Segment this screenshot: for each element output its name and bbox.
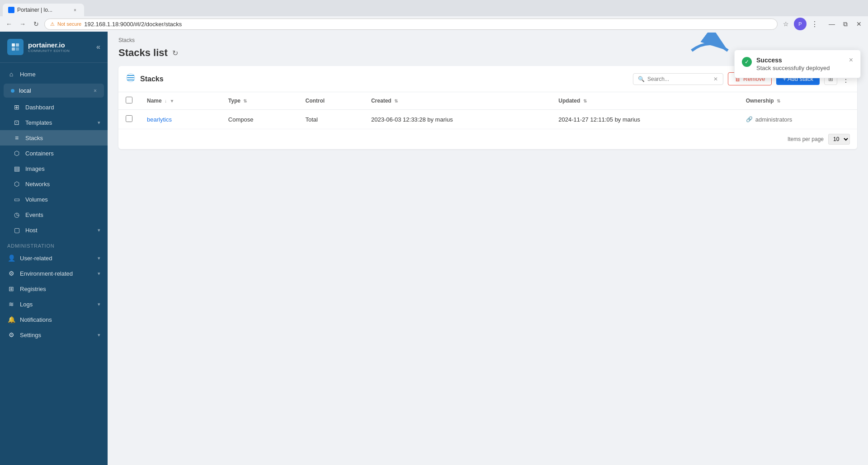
- app-container: portainer.io COMMUNITY EDITION « ⌂ Home …: [0, 32, 868, 465]
- items-per-page-select[interactable]: 10 25 50: [828, 134, 850, 145]
- sidebar-label-host: Host: [25, 227, 93, 234]
- sidebar-collapse-button[interactable]: «: [96, 43, 100, 51]
- row-ownership-cell: 🔗 administrators: [739, 110, 857, 129]
- sidebar-label-events: Events: [25, 211, 100, 218]
- browser-tabs: Portainer | lo... ×: [0, 0, 868, 16]
- sidebar-item-templates[interactable]: ⊡ Templates ▾: [0, 115, 108, 130]
- col-updated-label: Updated: [558, 98, 580, 104]
- table-header-row: Name ↓ ▼ Type ⇅ Control: [118, 92, 857, 110]
- sidebar-label-dashboard: Dashboard: [25, 104, 100, 111]
- table-container: Name ↓ ▼ Type ⇅ Control: [118, 92, 857, 129]
- env-status-dot: [11, 89, 14, 93]
- toast-title: Success: [756, 56, 844, 64]
- updated-sort-icon[interactable]: ⇅: [583, 99, 587, 103]
- sidebar-label-images: Images: [25, 165, 100, 172]
- toast-close-button[interactable]: ×: [849, 56, 853, 64]
- row-created-cell: 2023-06-03 12:33:28 by marius: [364, 110, 551, 129]
- col-ownership: Ownership ⇅: [739, 92, 857, 110]
- sidebar-item-user-related[interactable]: 👤 User-related ▾: [0, 250, 108, 266]
- profile-button[interactable]: P: [794, 18, 807, 30]
- sidebar-item-containers[interactable]: ⬡ Containers: [0, 146, 108, 161]
- search-icon: 🔍: [638, 76, 645, 82]
- sidebar-label-logs: Logs: [20, 301, 93, 308]
- close-window-button[interactable]: ✕: [854, 19, 864, 29]
- forward-button[interactable]: →: [17, 19, 28, 29]
- reload-button[interactable]: ↻: [31, 19, 42, 29]
- search-input[interactable]: [647, 76, 711, 82]
- sidebar-label-stacks: Stacks: [25, 135, 100, 141]
- sidebar-item-notifications[interactable]: 🔔 Notifications: [0, 312, 108, 327]
- sidebar-env-local[interactable]: local ×: [4, 84, 104, 98]
- menu-button[interactable]: ⋮: [809, 19, 820, 29]
- restore-button[interactable]: ⧉: [840, 19, 851, 29]
- sidebar-label-templates: Templates: [25, 119, 93, 126]
- address-bar[interactable]: ⚠ Not secure 192.168.1.18:9000/#l/2/dock…: [44, 19, 778, 30]
- row-checkbox[interactable]: [126, 115, 132, 122]
- ownership-sort-icon[interactable]: ⇅: [777, 99, 780, 103]
- tab-favicon: [8, 7, 14, 13]
- home-icon: ⌂: [7, 70, 15, 78]
- env-related-chevron-icon: ▾: [98, 271, 100, 277]
- name-sort-icon[interactable]: ↓: [165, 99, 167, 103]
- bookmark-button[interactable]: ☆: [780, 19, 791, 29]
- minimize-button[interactable]: —: [826, 19, 837, 29]
- col-type: Type ⇅: [221, 92, 298, 110]
- sidebar-item-volumes[interactable]: ▭ Volumes: [0, 192, 108, 207]
- sidebar-item-dashboard[interactable]: ⊞ Dashboard: [0, 99, 108, 115]
- search-box[interactable]: 🔍 ✕: [633, 73, 723, 85]
- sidebar-item-registries[interactable]: ⊞ Registries: [0, 281, 108, 296]
- type-sort-icon[interactable]: ⇅: [243, 99, 247, 103]
- security-icon: ⚠: [50, 21, 55, 27]
- sidebar-item-settings[interactable]: ⚙ Settings ▾: [0, 327, 108, 343]
- sidebar-label-user-related: User-related: [20, 255, 93, 262]
- sidebar-item-env-related[interactable]: ⚙ Environment-related ▾: [0, 266, 108, 281]
- logo-text-area: portainer.io COMMUNITY EDITION: [28, 41, 70, 53]
- sidebar-label-notifications: Notifications: [20, 316, 100, 323]
- search-clear-icon[interactable]: ✕: [713, 76, 718, 82]
- sidebar-item-networks[interactable]: ⬡ Networks: [0, 176, 108, 192]
- success-toast: ✓ Success Stack successfully deployed ×: [734, 50, 861, 78]
- sidebar-item-logs[interactable]: ≋ Logs ▾: [0, 296, 108, 312]
- stack-name-link[interactable]: bearlytics: [147, 116, 172, 123]
- sidebar-item-events[interactable]: ◷ Events: [0, 207, 108, 222]
- sidebar-item-stacks[interactable]: ≡ Stacks: [0, 130, 108, 146]
- user-related-chevron-icon: ▾: [98, 255, 100, 261]
- settings-chevron-icon: ▾: [98, 332, 100, 338]
- logo-icon: [7, 39, 24, 55]
- browser-tab-active[interactable]: Portainer | lo... ×: [3, 4, 84, 16]
- panel-title: Stacks: [140, 75, 628, 83]
- row-control-cell: Total: [298, 110, 364, 129]
- browser-chrome: Portainer | lo... × ← → ↻ ⚠ Not secure 1…: [0, 0, 868, 32]
- logs-chevron-icon: ▾: [98, 301, 100, 307]
- sidebar-label-settings: Settings: [20, 332, 93, 338]
- col-name: Name ↓ ▼: [140, 92, 221, 110]
- row-name-cell: bearlytics: [140, 110, 221, 129]
- env-close-button[interactable]: ×: [94, 88, 97, 94]
- stacks-table: Name ↓ ▼ Type ⇅ Control: [118, 92, 857, 129]
- logo-text: portainer.io: [28, 41, 70, 49]
- main-content: Stacks Stacks list ↻ Stacks 🔍 ✕: [108, 32, 868, 465]
- row-updated-cell: 2024-11-27 12:11:05 by marius: [551, 110, 738, 129]
- svg-rect-0: [12, 43, 15, 47]
- sidebar-label-local: local: [19, 87, 89, 94]
- refresh-button[interactable]: ↻: [172, 49, 178, 57]
- tab-close-button[interactable]: ×: [71, 6, 79, 14]
- networks-icon: ⬡: [13, 180, 21, 188]
- notifications-icon: 🔔: [7, 316, 15, 323]
- sidebar-header: portainer.io COMMUNITY EDITION «: [0, 32, 108, 63]
- items-per-page-label: Items per page: [788, 136, 824, 142]
- registries-icon: ⊞: [7, 285, 15, 292]
- name-filter-icon[interactable]: ▼: [170, 99, 174, 103]
- sidebar-item-home[interactable]: ⌂ Home: [0, 66, 108, 82]
- images-icon: ▤: [13, 165, 21, 172]
- col-type-label: Type: [228, 98, 241, 104]
- select-all-checkbox[interactable]: [126, 97, 132, 103]
- ownership-icon: 🔗: [746, 116, 753, 122]
- sidebar-item-host[interactable]: ▢ Host ▾: [0, 222, 108, 238]
- table-header: Name ↓ ▼ Type ⇅ Control: [118, 92, 857, 110]
- sidebar-item-images[interactable]: ▤ Images: [0, 161, 108, 176]
- toast-success-icon: ✓: [742, 57, 752, 67]
- toast-content: Success Stack successfully deployed: [756, 56, 844, 71]
- created-sort-icon[interactable]: ⇅: [394, 99, 398, 103]
- back-button[interactable]: ←: [4, 19, 14, 29]
